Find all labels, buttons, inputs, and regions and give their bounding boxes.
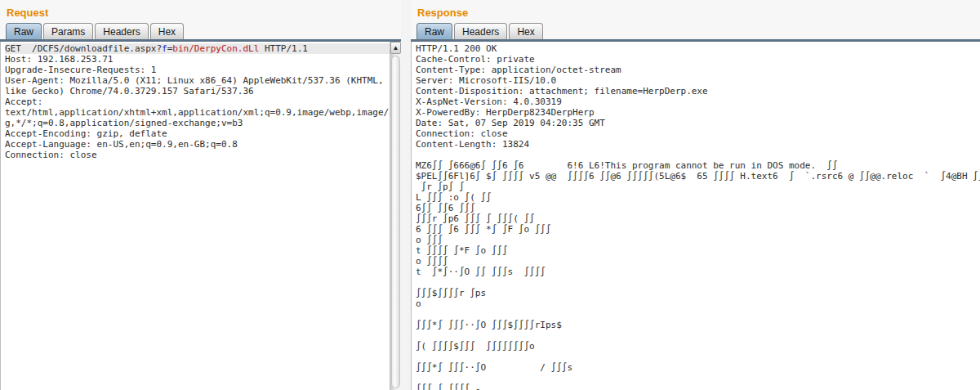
text-line: GET /DCFS/downloadfile.aspx?f=bin/DerpyC… [5, 43, 390, 54]
text-line: Server: Microsoft-IIS/10.0 [416, 75, 980, 86]
response-tabbar: RawHeadersHex [411, 21, 980, 39]
http-message-viewer: Request RawParamsHeadersHex GET /DCFS/do… [0, 0, 980, 390]
response-panel-title: Response [411, 0, 980, 21]
text-segment: X-AspNet-Version: 4.0.30319 [416, 96, 562, 107]
text-line: Connection: close [416, 128, 980, 139]
response-raw-text[interactable]: HTTP/1.1 200 OKCache-Control: privateCon… [411, 42, 980, 390]
tab-hex[interactable]: Hex [150, 23, 184, 39]
text-line: Content-Disposition: attachment; filenam… [416, 86, 980, 96]
text-line: MZ6∫∫ ∫666@6∫ ∫∫6 ∫6 6!6 L6!This program… [416, 160, 980, 171]
up-arrow-icon: ▲ [393, 44, 399, 52]
tab-hex[interactable]: Hex [509, 23, 542, 39]
text-segment: Content-Disposition: attachment; filenam… [416, 86, 708, 96]
text-line: o ∫∫∫∫ [416, 256, 980, 267]
param-name-text: f [162, 43, 167, 54]
text-line [416, 373, 980, 383]
text-segment: o [416, 298, 421, 309]
text-line: like Gecko) Chrome/74.0.3729.157 Safari/… [5, 86, 390, 96]
text-segment: t ∫*∫··∫O ∫∫ ∫∫∫s ∫∫∫∫ [416, 267, 546, 277]
text-segment: text/html,application/xhtml+xml,applicat… [5, 107, 390, 118]
text-segment: Accept-Language: en-US,en;q=0.9,en-GB;q=… [5, 139, 238, 150]
text-segment: ∫( ∫∫∫∫$∫∫∫ ∫∫∫∫∫∫∫∫o [416, 341, 535, 352]
text-line [416, 330, 980, 341]
text-line: ∫∫∫ ∫ ∫∫∫∫ - [416, 383, 980, 390]
text-line: X-AspNet-Version: 4.0.30319 [416, 96, 980, 107]
text-segment: GET /DCFS/downloadfile.aspx? [5, 43, 162, 54]
text-segment: o ∫∫∫ [416, 235, 443, 245]
text-segment: g,*/*;q=0.8,application/signed-exchange;… [5, 118, 243, 128]
text-line: Content-Type: application/octet-stream [416, 65, 980, 75]
text-line: o ∫∫∫ [416, 235, 980, 245]
text-line: HTTP/1.1 200 OK [416, 43, 980, 54]
text-segment: Content-Length: 13824 [416, 139, 529, 150]
text-segment: ∫∫∫*∫ ∫∫∫··∫O ∫∫∫$∫∫∫∫rIps$ [416, 320, 562, 330]
text-segment: Upgrade-Insecure-Requests: 1 [5, 65, 156, 75]
request-raw-text[interactable]: GET /DCFS/downloadfile.aspx?f=bin/DerpyC… [0, 42, 390, 390]
tab-raw[interactable]: Raw [6, 23, 42, 39]
text-line: Cache-Control: private [416, 54, 980, 65]
text-line: o [416, 298, 980, 309]
text-line: ∫∫∫*∫ ∫∫∫··∫O / ∫∫∫s [416, 362, 980, 373]
text-segment: Content-Type: application/octet-stream [416, 65, 621, 75]
text-line: ∫( ∫∫∫∫$∫∫∫ ∫∫∫∫∫∫∫∫o [416, 341, 980, 352]
text-line: User-Agent: Mozilla/5.0 (X11; Linux x86_… [5, 75, 390, 86]
text-line: Date: Sat, 07 Sep 2019 04:20:35 GMT [416, 118, 980, 128]
param-value-text: bin/DerpyCon.dLl [172, 43, 259, 54]
text-line: Host: 192.168.253.71 [5, 54, 390, 65]
text-segment: Cache-Control: private [416, 54, 535, 65]
text-line: Accept-Encoding: gzip, deflate [5, 128, 390, 139]
tab-headers[interactable]: Headers [454, 23, 507, 39]
scrollbar-track[interactable] [390, 54, 401, 390]
text-line: text/html,application/xhtml+xml,applicat… [5, 107, 390, 118]
request-tabbar: RawParamsHeadersHex [0, 21, 401, 39]
text-line [416, 309, 980, 320]
request-scrollbar[interactable]: ▲ [390, 42, 401, 390]
text-segment: ∫r ∫p∫ ∫ [416, 182, 465, 192]
text-segment: ∫∫∫ ∫ ∫∫∫∫ - [416, 383, 480, 390]
text-line: t ∫*∫··∫O ∫∫ ∫∫∫s ∫∫∫∫ [416, 267, 980, 277]
text-line [416, 352, 980, 362]
tab-headers[interactable]: Headers [95, 23, 148, 39]
text-segment: HTTP/1.1 [259, 43, 308, 54]
panel-divider [401, 0, 411, 390]
text-line: $PEL∫∫6Fl]6∫ $∫ ∫∫∫∫ v5 @@ ∫∫∫∫6 ∫∫@6 ∫∫… [416, 171, 980, 182]
text-segment: MZ6∫∫ ∫666@6∫ ∫∫6 ∫6 6!6 L6!This program… [416, 160, 838, 171]
text-segment: Connection: close [5, 150, 97, 160]
text-segment: L ∫∫∫ :o ∫( ∫∫ [416, 192, 492, 203]
tab-params[interactable]: Params [43, 23, 93, 39]
text-line: Accept-Language: en-US,en;q=0.9,en-GB;q=… [5, 139, 390, 150]
text-segment: ∫∫∫$∫∫∫∫r ∫ps [416, 288, 486, 298]
text-line: ∫∫∫r ∫p6 ∫∫∫ ∫ ∫∫∫( ∫∫ [416, 213, 980, 224]
text-segment: like Gecko) Chrome/74.0.3729.157 Safari/… [5, 86, 254, 96]
text-line: Content-Length: 13824 [416, 139, 980, 150]
response-panel: Response RawHeadersHex HTTP/1.1 200 OKCa… [411, 0, 980, 390]
text-segment: 6 ∫∫∫ ∫6 ∫∫∫ *∫ ∫F ∫o ∫∫∫ [416, 224, 551, 235]
text-line: Upgrade-Insecure-Requests: 1 [5, 65, 390, 75]
scroll-up-button[interactable]: ▲ [390, 42, 401, 54]
text-segment: ∫∫∫*∫ ∫∫∫··∫O / ∫∫∫s [416, 362, 572, 373]
text-line: L ∫∫∫ :o ∫( ∫∫ [416, 192, 980, 203]
text-segment: 6∫∫ ∫∫6 ∫∫∫ [416, 203, 475, 213]
request-panel: Request RawParamsHeadersHex GET /DCFS/do… [0, 0, 401, 390]
text-line: X-PoweredBy: HerpDerp8234DerpHerp [416, 107, 980, 118]
text-segment: Accept-Encoding: gzip, deflate [5, 128, 167, 139]
text-segment: t ∫∫∫∫ ∫*F ∫o ∫∫∫ [416, 245, 508, 256]
text-line: 6 ∫∫∫ ∫6 ∫∫∫ *∫ ∫F ∫o ∫∫∫ [416, 224, 980, 235]
scrollbar-thumb[interactable] [391, 56, 400, 388]
text-line [416, 277, 980, 288]
tab-raw[interactable]: Raw [416, 23, 452, 39]
text-line: ∫∫∫*∫ ∫∫∫··∫O ∫∫∫$∫∫∫∫rIps$ [416, 320, 980, 330]
response-editor-row: HTTP/1.1 200 OKCache-Control: privateCon… [411, 42, 980, 390]
text-segment: o ∫∫∫∫ [416, 256, 448, 267]
text-line: t ∫∫∫∫ ∫*F ∫o ∫∫∫ [416, 245, 980, 256]
text-segment: ∫∫∫r ∫p6 ∫∫∫ ∫ ∫∫∫( ∫∫ [416, 213, 535, 224]
text-segment: $PEL∫∫6Fl]6∫ $∫ ∫∫∫∫ v5 @@ ∫∫∫∫6 ∫∫@6 ∫∫… [416, 171, 980, 182]
text-line: ∫∫∫$∫∫∫∫r ∫ps [416, 288, 980, 298]
text-segment: HTTP/1.1 200 OK [416, 43, 497, 54]
text-segment: X-PoweredBy: HerpDerp8234DerpHerp [416, 107, 595, 118]
text-segment: Date: Sat, 07 Sep 2019 04:20:35 GMT [416, 118, 605, 128]
text-segment: Host: 192.168.253.71 [5, 54, 113, 65]
text-line: g,*/*;q=0.8,application/signed-exchange;… [5, 118, 390, 128]
request-editor-row: GET /DCFS/downloadfile.aspx?f=bin/DerpyC… [0, 42, 401, 390]
text-segment: User-Agent: Mozilla/5.0 (X11; Linux x86_… [5, 75, 384, 86]
